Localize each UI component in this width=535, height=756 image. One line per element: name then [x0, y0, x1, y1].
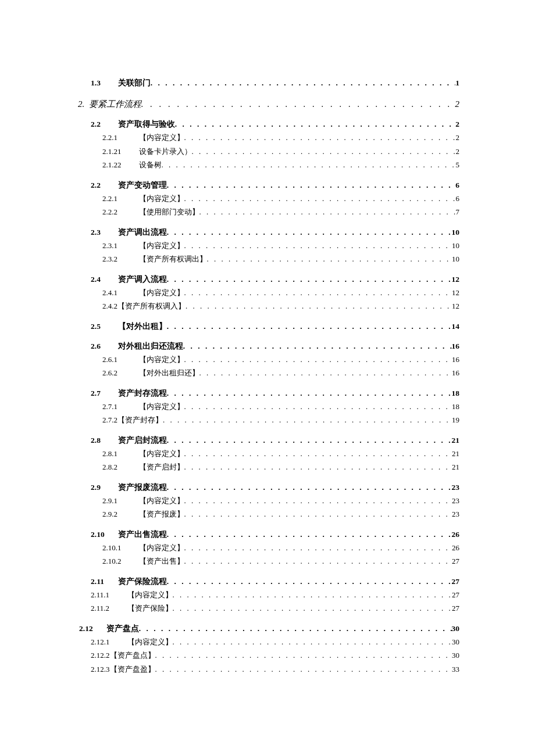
toc-page-number: 23	[452, 508, 459, 520]
toc-title: 【内容定义】	[139, 448, 184, 460]
toc-leader-dots	[141, 99, 455, 109]
toc-page-number: 2	[455, 99, 460, 109]
toc-title: 【内容定义】	[139, 240, 184, 252]
toc-title: 【内容定义】	[139, 287, 184, 299]
toc-entry[interactable]: 2.1.22 设备树5	[102, 159, 459, 171]
toc-leader-dots	[184, 287, 452, 299]
toc-number: 2.2.1	[102, 193, 135, 205]
toc-page-number: 2	[456, 132, 460, 144]
toc-entry[interactable]: 2.11.1 【内容定义】27	[91, 589, 459, 601]
toc-leader-dots	[139, 624, 452, 633]
toc-number: 2.3	[91, 228, 114, 237]
toc-number: 2.9.2	[102, 508, 135, 520]
toc-entry[interactable]: 1.3 关联部门1	[91, 78, 459, 88]
toc-title: 资产调入流程	[118, 274, 167, 285]
toc-title: 【资产所有权调入】	[117, 300, 186, 312]
toc-entry[interactable]: 2.4.2【资产所有权调入】12	[102, 300, 459, 312]
toc-entry[interactable]: 2.11.2 【资产保险】27	[91, 603, 459, 614]
toc-leader-dots	[173, 636, 452, 648]
toc-number: 2.4.2	[102, 300, 117, 312]
toc-entry[interactable]: 2.2.1 【内容定义】6	[102, 193, 459, 205]
toc-entry[interactable]: 2.9.2 【资产报废】23	[102, 508, 459, 520]
toc-entry[interactable]: 2.2 资产变动管理6	[91, 180, 459, 191]
toc-page: 1.3 关联部门12. 要紧工作流程22.2 资产取得与验收22.2.1 【内容…	[0, 0, 535, 756]
toc-entry[interactable]: 2.8.2 【资产启封】21	[102, 461, 459, 473]
toc-number: 2.6.1	[102, 354, 135, 366]
toc-entry[interactable]: 2.9 资产报废流程23	[91, 482, 459, 493]
toc-title: 资产盘点	[106, 624, 139, 634]
toc-entry[interactable]: 2.11 资产保险流程27	[91, 576, 459, 587]
toc-page-number: 23	[452, 483, 460, 492]
toc-leader-dots	[184, 193, 456, 205]
toc-page-number: 16	[452, 367, 459, 379]
toc-number: 2.1.21	[102, 146, 135, 157]
toc-leader-dots	[167, 181, 456, 190]
toc-title: 【资产启封】	[139, 461, 184, 473]
toc-leader-dots	[184, 401, 452, 413]
toc-entry[interactable]: 2.4 资产调入流程12	[91, 274, 459, 285]
toc-number: 2.12.1	[91, 636, 123, 648]
toc-page-number: 27	[452, 603, 459, 614]
toc-title: 【资产盘盈】	[110, 664, 155, 675]
toc-entry[interactable]: 2.2.1 【内容定义】2	[102, 132, 459, 144]
toc-entry[interactable]: 2.12.1 【内容定义】30	[91, 636, 459, 648]
toc-number: 2.11.2	[91, 603, 123, 614]
toc-entry[interactable]: 2.6.1 【内容定义】16	[102, 354, 459, 366]
toc-leader-dots	[184, 132, 456, 144]
toc-number: 2.2.2	[102, 206, 135, 218]
toc-title: 资产调出流程	[118, 227, 167, 238]
toc-leader-dots	[163, 414, 452, 426]
toc-page-number: 26	[452, 530, 460, 539]
toc-entry[interactable]: 2.12.3【资产盘盈】33	[91, 664, 459, 675]
toc-entry[interactable]: 2.7.1 【内容定义】18	[102, 401, 459, 413]
toc-page-number: 12	[452, 275, 460, 284]
toc-entry[interactable]: 2.7.2【资产封存】19	[102, 414, 459, 426]
toc-leader-dots	[184, 556, 452, 567]
toc-number: 2.7.1	[102, 401, 135, 413]
toc-entry[interactable]: 2.3 资产调出流程10	[91, 227, 459, 238]
toc-entry[interactable]: 2.2.2 【使用部门变动】7	[102, 206, 459, 218]
toc-entry[interactable]: 2.9.1 【内容定义】23	[102, 495, 459, 507]
toc-page-number: 30	[452, 650, 459, 661]
toc-entry[interactable]: 2.10 资产出售流程26	[91, 529, 459, 540]
toc-title: 【内容定义】	[127, 589, 173, 601]
toc-leader-dots	[184, 542, 452, 554]
toc-entry[interactable]: 2.5 【对外出租】14	[91, 321, 459, 332]
toc-entry[interactable]: 2.8.1 【内容定义】21	[102, 448, 459, 460]
toc-entry[interactable]: 2.12 资产盘点30	[79, 624, 459, 634]
toc-number: 2.7.2	[102, 414, 117, 426]
toc-entry[interactable]: 2.3.2 【资产所有权调出】10	[102, 253, 459, 265]
toc-entry[interactable]: 2.3.1 【内容定义】10	[102, 240, 459, 252]
toc-entry[interactable]: 2.1.21 设备卡片录入）2	[102, 146, 459, 157]
toc-entry[interactable]: 2. 要紧工作流程2	[78, 99, 459, 110]
toc-leader-dots	[173, 589, 452, 601]
toc-entry[interactable]: 2.10.1 【内容定义】26	[102, 542, 459, 554]
toc-number: 2.4.1	[102, 287, 135, 299]
toc-page-number: 1	[455, 78, 459, 88]
toc-number: 2.6	[91, 342, 114, 351]
toc-title: 资产保险流程	[118, 576, 167, 587]
toc-page-number: 10	[452, 253, 459, 265]
toc-entry[interactable]: 2.7 资产封存流程18	[91, 388, 459, 399]
toc-entry[interactable]: 2.8 资产启封流程21	[91, 435, 459, 446]
toc-number: 2.12	[79, 624, 102, 633]
toc-number: 2.2	[91, 181, 114, 190]
toc-title: 关联部门	[118, 78, 151, 88]
toc-leader-dots	[184, 354, 452, 366]
toc-page-number: 21	[452, 461, 459, 473]
toc-entry[interactable]: 2.6.2 【对外出租归还】16	[102, 367, 459, 379]
toc-page-number: 27	[452, 556, 459, 567]
toc-leader-dots	[207, 253, 452, 265]
toc-leader-dots	[186, 300, 452, 312]
toc-entry[interactable]: 2.2 资产取得与验收2	[91, 119, 459, 130]
toc-entry[interactable]: 2.6 对外租出归还流程16	[91, 341, 459, 352]
toc-entry[interactable]: 2.10.2 【资产出售】27	[102, 556, 459, 567]
toc-entry[interactable]: 2.4.1 【内容定义】12	[102, 287, 459, 299]
toc-number: 2.8.2	[102, 461, 135, 473]
toc-entry[interactable]: 2.12.2【资产盘点】30	[91, 650, 459, 661]
toc-number: 2.10	[91, 530, 114, 539]
toc-title: 【对外出租归还】	[139, 367, 199, 379]
toc-title: 资产启封流程	[118, 435, 167, 446]
toc-number: 2.7	[91, 389, 114, 398]
toc-title: 资产出售流程	[118, 529, 167, 540]
